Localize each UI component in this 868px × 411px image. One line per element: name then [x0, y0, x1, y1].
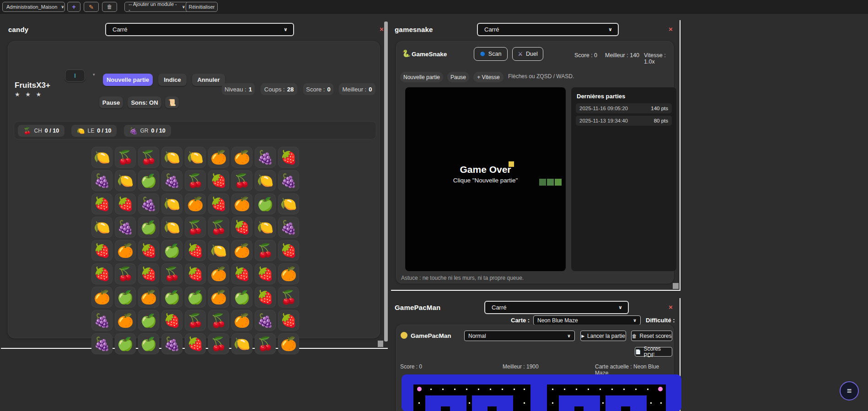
reset-layout-button[interactable]: Réinitialiser: [186, 2, 218, 12]
candy-scroll-corner[interactable]: [378, 341, 383, 347]
fruit-cell[interactable]: 🍏: [138, 217, 159, 238]
fruit-cell[interactable]: 🍋: [278, 193, 299, 214]
fruit-cell[interactable]: 🍒: [208, 310, 229, 331]
duel-button[interactable]: ⚔ Duel: [512, 47, 543, 61]
pacman-layout-select[interactable]: Carré ∨: [484, 301, 629, 314]
fruit-cell[interactable]: 🍊: [115, 310, 136, 331]
fruit-cell[interactable]: 🍓: [231, 217, 252, 238]
fruit-cell[interactable]: 🍇: [115, 217, 136, 238]
fruit-cell[interactable]: 🍏: [231, 287, 252, 308]
log-button[interactable]: 📜: [165, 96, 179, 108]
profile-select[interactable]: Administration_Maison ∨: [2, 2, 65, 12]
fruit-cell[interactable]: 🍋: [185, 147, 206, 168]
snake-layout-select[interactable]: Carré ∨: [477, 23, 619, 36]
fruit-cell[interactable]: 🍓: [255, 287, 276, 308]
fruit-cell[interactable]: 🍓: [278, 310, 299, 331]
start-game-button[interactable]: ▶ Lancer la partie: [580, 331, 626, 341]
fruit-cell[interactable]: 🍏: [138, 333, 159, 354]
fruit-cell[interactable]: 🍇: [138, 193, 159, 214]
fruit-cell[interactable]: 🍒: [115, 147, 136, 168]
fruit-cell[interactable]: 🍊: [208, 263, 229, 284]
fruit-cell[interactable]: 🍏: [115, 333, 136, 354]
fruit-cell[interactable]: 🍓: [185, 263, 206, 284]
add-module-select[interactable]: -- Ajouter un module -- ∨: [124, 2, 189, 12]
fruit-cell[interactable]: 🍓: [208, 170, 229, 191]
fruits-mini-select[interactable]: I: [65, 69, 85, 82]
fruit-cell[interactable]: 🍏: [161, 287, 182, 308]
fruit-cell[interactable]: 🍏: [138, 310, 159, 331]
fruit-cell[interactable]: 🍇: [91, 170, 113, 191]
scores-pdf-button[interactable]: 📄 Scores PDF: [635, 347, 672, 357]
fruit-cell[interactable]: 🍇: [161, 333, 182, 354]
fruit-cell[interactable]: 🍏: [255, 193, 276, 214]
fruit-cell[interactable]: 🍋: [208, 240, 229, 261]
fruit-cell[interactable]: 🍊: [231, 147, 252, 168]
fruit-cell[interactable]: 🍒: [185, 170, 206, 191]
difficulty-select[interactable]: Normal ∨: [464, 331, 575, 341]
fruit-cell[interactable]: 🍒: [255, 240, 276, 261]
floating-menu-button[interactable]: ≡: [840, 381, 859, 400]
fruit-cell[interactable]: 🍋: [91, 147, 113, 168]
fruit-cell[interactable]: 🍇: [91, 310, 113, 331]
fruit-cell[interactable]: 🍓: [255, 263, 276, 284]
pacman-close-button[interactable]: ×: [669, 304, 673, 310]
fruit-cell[interactable]: 🍓: [91, 240, 113, 261]
snake-speed-button[interactable]: + Vitesse: [473, 72, 504, 82]
fruit-cell[interactable]: 🍒: [231, 170, 252, 191]
fruit-cell[interactable]: 🍓: [185, 240, 206, 261]
scan-button[interactable]: 🔵 Scan: [474, 47, 508, 61]
add-module-button[interactable]: +: [67, 2, 80, 12]
fruit-cell[interactable]: 🍏: [115, 287, 136, 308]
fruit-cell[interactable]: 🍊: [138, 287, 159, 308]
fruit-cell[interactable]: 🍋: [231, 333, 252, 354]
snake-pause-button[interactable]: Pause: [447, 72, 469, 82]
snake-scroll-corner[interactable]: [673, 283, 679, 289]
fruit-cell[interactable]: 🍒: [115, 263, 136, 284]
snake-new-game-button[interactable]: Nouvelle partie: [400, 72, 443, 82]
undo-button[interactable]: Annuler: [192, 74, 225, 86]
fruit-cell[interactable]: 🍋: [115, 170, 136, 191]
delete-button[interactable]: 🗑: [102, 2, 117, 12]
fruit-cell[interactable]: 🍒: [255, 333, 276, 354]
fruit-cell[interactable]: 🍓: [161, 310, 182, 331]
fruit-cell[interactable]: 🍓: [208, 193, 229, 214]
fruit-cell[interactable]: 🍓: [138, 240, 159, 261]
fruit-cell[interactable]: 🍒: [185, 217, 206, 238]
fruit-cell[interactable]: 🍊: [208, 147, 229, 168]
fruit-cell[interactable]: 🍓: [115, 193, 136, 214]
fruit-cell[interactable]: 🍒: [278, 287, 299, 308]
mini-select-arrow-icon[interactable]: ▾: [93, 72, 95, 77]
pause-button[interactable]: Pause: [99, 96, 123, 108]
fruit-cell[interactable]: 🍓: [91, 263, 113, 284]
fruit-cell[interactable]: 🍒: [185, 310, 206, 331]
fruit-cell[interactable]: 🍇: [278, 170, 299, 191]
candy-layout-select[interactable]: Carré ∨: [105, 23, 294, 36]
fruit-cell[interactable]: 🍊: [231, 310, 252, 331]
fruit-cell[interactable]: 🍊: [278, 263, 299, 284]
snake-close-button[interactable]: ×: [669, 26, 673, 32]
candy-close-button[interactable]: ×: [380, 26, 384, 32]
fruit-cell[interactable]: 🍋: [161, 193, 182, 214]
fruit-cell[interactable]: 🍊: [231, 240, 252, 261]
fruit-cell[interactable]: 🍒: [161, 263, 182, 284]
snake-canvas[interactable]: Game Over Clique "Nouvelle partie": [405, 87, 566, 271]
fruit-cell[interactable]: 🍊: [278, 333, 299, 354]
fruit-cell[interactable]: 🍓: [138, 263, 159, 284]
pacman-maze-canvas[interactable]: [402, 374, 681, 411]
fruit-cell[interactable]: 🍋: [255, 217, 276, 238]
fruit-cell[interactable]: 🍋: [161, 147, 182, 168]
fruit-cell[interactable]: 🍓: [231, 263, 252, 284]
fruit-cell[interactable]: 🍇: [255, 147, 276, 168]
fruit-cell[interactable]: 🍏: [138, 170, 159, 191]
fruit-cell[interactable]: 🍏: [161, 240, 182, 261]
fruit-cell[interactable]: 🍒: [208, 217, 229, 238]
fruit-cell[interactable]: 🍒: [138, 147, 159, 168]
fruit-cell[interactable]: 🍓: [91, 193, 113, 214]
fruit-cell[interactable]: 🍓: [278, 240, 299, 261]
fruit-cell[interactable]: 🍊: [115, 240, 136, 261]
fruit-cell[interactable]: 🍓: [278, 147, 299, 168]
fruit-cell[interactable]: 🍋: [255, 170, 276, 191]
fruit-cell[interactable]: 🍓: [185, 333, 206, 354]
fruit-cell[interactable]: 🍋: [161, 217, 182, 238]
fruit-cell[interactable]: 🍊: [185, 193, 206, 214]
